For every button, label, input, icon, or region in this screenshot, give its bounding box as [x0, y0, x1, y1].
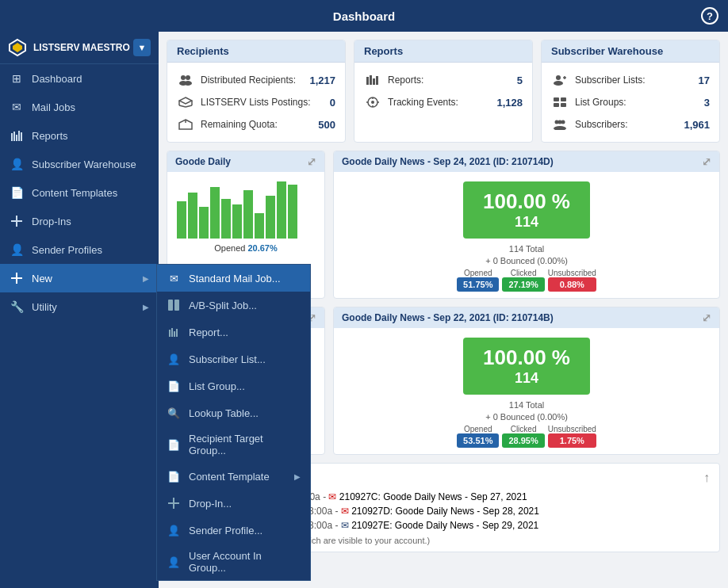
sidebar-label-new: New: [32, 273, 143, 284]
opened-badge-bottom: 53.51%: [457, 433, 499, 448]
sidebar-item-content-templates[interactable]: 📄 Content Templates: [0, 178, 159, 207]
svg-line-26: [179, 105, 186, 107]
job-id-1: 210927D: Goode Daily News - Sep 28, 2021: [351, 506, 539, 517]
new-menu-report[interactable]: Report...: [157, 319, 310, 346]
new-menu-lookup-table[interactable]: 🔍 Lookup Table...: [157, 399, 310, 426]
svg-point-36: [554, 81, 563, 86]
expand-icon-right-bottom[interactable]: ⤢: [702, 311, 711, 324]
svg-rect-6: [21, 132, 22, 141]
sidebar-item-drop-ins[interactable]: Drop-Ins: [0, 207, 159, 235]
new-menu-standard-mail-job[interactable]: ✉ Standard Mail Job...: [157, 265, 310, 292]
svg-rect-40: [561, 97, 566, 101]
subscriber-list-label: Subscriber List...: [189, 353, 301, 365]
new-menu-sender-profile[interactable]: 👤 Sender Profile...: [157, 517, 310, 544]
svg-rect-12: [174, 300, 179, 311]
sidebar-label-subscriber-warehouse: Subscriber Warehouse: [32, 158, 149, 170]
right-bottom-title: Goode Daily News - Sep 22, 2021 (ID: 210…: [342, 312, 554, 323]
tracking-icon: [364, 94, 381, 111]
total-label-bottom: 114 Total: [340, 400, 713, 410]
percent-top: 100.00 %: [476, 189, 577, 214]
subscribers-row: Subscribers: 1,961: [551, 113, 710, 136]
new-menu-drop-in[interactable]: Drop-In...: [157, 490, 310, 517]
sender-profile-label: Sender Profile...: [189, 525, 301, 536]
mail-jobs-icon: ✉: [10, 100, 24, 114]
brand-icon: [8, 38, 27, 57]
svg-rect-13: [169, 330, 171, 337]
distributed-value: 1,217: [309, 74, 335, 86]
svg-rect-41: [554, 103, 559, 107]
opened-badge-top: 51.75%: [457, 277, 499, 292]
opened-label-top: Opened: [457, 269, 499, 277]
new-menu-recipient-target-group[interactable]: 📄 Recipient Target Group...: [157, 426, 310, 463]
listserv-row: LISTSERV Lists Postings: 0: [177, 91, 335, 113]
user-account-label: User Account In Group...: [189, 550, 301, 574]
lookup-table-label: Lookup Table...: [189, 407, 301, 419]
svg-rect-3: [13, 132, 15, 141]
opened-label-bottom: Opened: [457, 425, 499, 433]
sidebar-item-new[interactable]: New ▶ ✉ Standard Mail Job... A/B-Split J…: [0, 264, 159, 292]
list-groups-label: List Groups:: [575, 97, 704, 108]
expand-icon-left-bar[interactable]: ⤢: [307, 155, 316, 168]
sidebar-item-sender-profiles[interactable]: 👤 Sender Profiles: [0, 235, 159, 264]
badge-row-top: Opened 51.75% Clicked 27.19% Unsubscribe…: [340, 269, 713, 292]
subscriber-list-icon: 👤: [167, 352, 181, 366]
svg-marker-23: [179, 97, 192, 104]
new-menu-user-account-in-group[interactable]: 👤 User Account In Group...: [157, 544, 310, 580]
svg-rect-42: [561, 103, 566, 107]
right-bottom-panel: Goode Daily News - Sep 22, 2021 (ID: 210…: [333, 307, 720, 455]
right-top-body: 100.00 % 114 114 Total + 0 Bounced (0.00…: [334, 172, 719, 298]
sidebar-item-mail-jobs[interactable]: ✉ Mail Jobs: [0, 93, 159, 121]
list-groups-value: 3: [704, 97, 710, 109]
list-group-label: List Group...: [189, 380, 301, 392]
subscriber-lists-label: Subscriber Lists:: [575, 74, 699, 86]
svg-rect-39: [554, 97, 559, 101]
sidebar-item-subscriber-warehouse[interactable]: 👤 Subscriber Warehouse: [0, 150, 159, 178]
svg-rect-11: [168, 300, 173, 311]
svg-rect-2: [11, 133, 13, 141]
unsubscribed-badge-top: 0.88%: [548, 277, 596, 292]
svg-rect-29: [366, 77, 369, 85]
sender-profiles-icon: 👤: [10, 242, 24, 257]
subscriber-warehouse-widget: Subscriber Warehouse Subscriber Lists: 1…: [541, 40, 720, 143]
jobs-scroll-up[interactable]: ↑: [703, 471, 710, 485]
sidebar-item-dashboard[interactable]: ⊞ Dashboard: [0, 64, 159, 93]
recipient-target-group-label: Recipient Target Group...: [189, 433, 301, 456]
svg-marker-1: [13, 43, 22, 52]
expand-icon-right-top[interactable]: ⤢: [702, 155, 711, 168]
reports-header: Reports: [354, 40, 532, 63]
sidebar-item-reports[interactable]: Reports: [0, 121, 159, 150]
svg-rect-15: [174, 331, 175, 337]
lookup-table-icon: 🔍: [167, 406, 181, 420]
help-button[interactable]: ?: [701, 7, 718, 25]
reports-body: Reports: 5 Tracking Events: 1,128: [354, 63, 532, 120]
new-menu-content-template[interactable]: 📄 Content Template ▶: [157, 463, 310, 490]
left-bar-title: Goode Daily: [175, 156, 231, 167]
svg-point-20: [186, 75, 190, 80]
job-id-0: 210927C: Goode Daily News - Sep 27, 2021: [339, 491, 527, 502]
reports-count-label: Reports:: [388, 74, 517, 86]
quota-icon: [177, 116, 194, 133]
sidebar-label-sender-profiles: Sender Profiles: [32, 244, 149, 256]
right-bottom-panel-header: Goode Daily News - Sep 22, 2021 (ID: 210…: [334, 307, 719, 328]
svg-rect-32: [376, 76, 378, 85]
new-icon: [10, 271, 24, 285]
sidebar-label-utility: Utility: [32, 301, 143, 313]
new-menu-ab-split-job[interactable]: A/B-Split Job...: [157, 292, 310, 319]
brand-dropdown[interactable]: ▼: [133, 39, 151, 56]
sidebar: LISTSERV MAESTRO ▼ ⊞ Dashboard ✉ Mail Jo…: [0, 32, 159, 588]
sidebar-item-utility[interactable]: 🔧 Utility ▶: [0, 292, 159, 321]
sidebar-label-reports: Reports: [32, 130, 149, 142]
recipients-header: Recipients: [167, 40, 345, 63]
new-menu-list-group[interactable]: 📄 List Group...: [157, 372, 310, 399]
brand-name: LISTSERV MAESTRO: [33, 42, 133, 53]
svg-point-22: [184, 81, 192, 86]
reports-icon: [10, 128, 24, 143]
new-menu-subscriber-list[interactable]: 👤 Subscriber List...: [157, 346, 310, 372]
drop-in-icon: [167, 496, 181, 510]
clicked-label-bottom: Clicked: [502, 425, 544, 433]
sidebar-brand: LISTSERV MAESTRO ▼: [0, 32, 159, 64]
num-bottom: 114: [476, 370, 577, 387]
num-top: 114: [476, 214, 577, 231]
clicked-label-top: Clicked: [502, 269, 544, 277]
report-icon: [167, 325, 181, 339]
